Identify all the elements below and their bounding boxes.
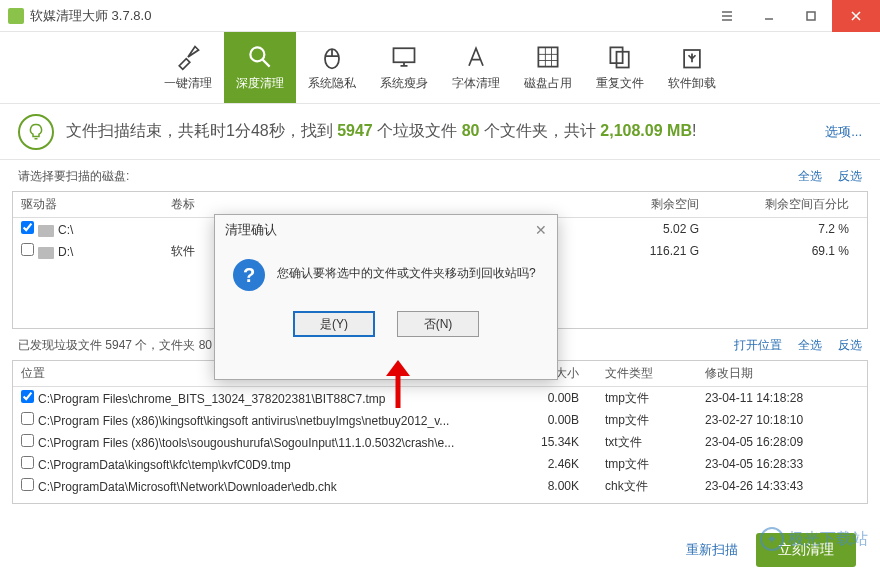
grid-icon (534, 43, 562, 71)
disk-select-all[interactable]: 全选 (798, 168, 822, 185)
file-path: C:\Program Files\chrome_BITS_13024_37820… (38, 392, 386, 406)
drive-name: D:\ (58, 245, 73, 259)
maximize-button[interactable] (790, 0, 832, 32)
duplicate-icon (606, 43, 634, 71)
table-row[interactable]: C:\ProgramData\Microsoft\Network\Downloa… (13, 475, 867, 497)
file-date: 23-04-26 14:33:43 (697, 479, 867, 493)
magnifier-icon (246, 43, 274, 71)
tab-uninstall[interactable]: 软件卸载 (656, 32, 728, 103)
svg-rect-4 (538, 47, 557, 66)
file-type: txt文件 (597, 434, 697, 451)
file-type: tmp文件 (597, 390, 697, 407)
drive-checkbox[interactable] (21, 221, 34, 234)
drive-free: 116.21 G (567, 244, 707, 258)
monitor-icon (390, 43, 418, 71)
file-date: 23-04-05 16:28:09 (697, 435, 867, 449)
svg-point-1 (250, 47, 264, 61)
drive-pct: 7.2 % (707, 222, 867, 236)
tab-quick-clean[interactable]: 一键清理 (152, 32, 224, 103)
file-path: C:\Program Files (x86)\kingsoft\kingsoft… (38, 414, 449, 428)
drive-icon (38, 225, 54, 237)
question-icon: ? (233, 259, 265, 291)
col-drive[interactable]: 驱动器 (13, 196, 163, 213)
nav-tabs: 一键清理 深度清理 系统隐私 系统瘦身 字体清理 磁盘占用 重复文件 软件卸载 (0, 32, 880, 104)
col-type[interactable]: 文件类型 (597, 365, 697, 382)
file-size: 2.46K (497, 457, 597, 471)
dialog-yes-button[interactable]: 是(Y) (293, 311, 375, 337)
summary-bar: 文件扫描结束，共耗时1分48秒，找到 5947 个垃圾文件 80 个文件夹，共计… (0, 104, 880, 160)
file-checkbox[interactable] (21, 456, 34, 469)
file-type: chk文件 (597, 478, 697, 495)
titlebar: 软媒清理大师 3.7.8.0 (0, 0, 880, 32)
drive-checkbox[interactable] (21, 243, 34, 256)
col-date[interactable]: 修改日期 (697, 365, 867, 382)
dialog-close-icon[interactable]: ✕ (535, 222, 547, 238)
tab-label: 重复文件 (596, 75, 644, 92)
table-row[interactable]: C:\Program Files (x86)\tools\sougoushuru… (13, 431, 867, 453)
menu-button[interactable] (706, 0, 748, 32)
file-size: 15.34K (497, 435, 597, 449)
disk-invert[interactable]: 反选 (838, 168, 862, 185)
tab-duplicate[interactable]: 重复文件 (584, 32, 656, 103)
file-size: 0.00B (497, 413, 597, 427)
file-date: 23-04-05 16:28:33 (697, 457, 867, 471)
font-icon (462, 43, 490, 71)
tab-font[interactable]: 字体清理 (440, 32, 512, 103)
clean-button[interactable]: 立刻清理 (756, 533, 856, 567)
app-logo (8, 8, 24, 24)
tab-label: 字体清理 (452, 75, 500, 92)
brush-icon (174, 43, 202, 71)
dialog-title: 清理确认 (225, 221, 535, 239)
open-location[interactable]: 打开位置 (734, 337, 782, 354)
file-checkbox[interactable] (21, 390, 34, 403)
summary-message: 文件扫描结束，共耗时1分48秒，找到 5947 个垃圾文件 80 个文件夹，共计… (66, 121, 825, 142)
tab-label: 系统瘦身 (380, 75, 428, 92)
tab-slim[interactable]: 系统瘦身 (368, 32, 440, 103)
bulb-icon (18, 114, 54, 150)
dialog-no-button[interactable]: 否(N) (397, 311, 479, 337)
col-label[interactable]: 卷标 (163, 196, 243, 213)
svg-rect-0 (807, 12, 815, 20)
col-pct[interactable]: 剩余空间百分比 (707, 196, 867, 213)
table-row[interactable]: C:\ProgramData\kingsoft\kfc\temp\kvfC0D9… (13, 453, 867, 475)
file-type: tmp文件 (597, 412, 697, 429)
close-button[interactable] (832, 0, 880, 32)
file-path: C:\ProgramData\Microsoft\Network\Downloa… (38, 480, 337, 494)
disk-section-header: 请选择要扫描的磁盘: 全选 反选 (0, 160, 880, 191)
disk-section-label: 请选择要扫描的磁盘: (18, 168, 782, 185)
recycle-icon (678, 43, 706, 71)
table-row[interactable]: C:\Program Files\chrome_BITS_13024_37820… (13, 387, 867, 409)
file-date: 23-02-27 10:18:10 (697, 413, 867, 427)
table-row[interactable]: C:\Program Files (x86)\kingsoft\kingsoft… (13, 409, 867, 431)
file-path: C:\ProgramData\kingsoft\kfc\temp\kvfC0D9… (38, 458, 291, 472)
drive-free: 5.02 G (567, 222, 707, 236)
tab-label: 一键清理 (164, 75, 212, 92)
file-checkbox[interactable] (21, 434, 34, 447)
tab-label: 磁盘占用 (524, 75, 572, 92)
tab-privacy[interactable]: 系统隐私 (296, 32, 368, 103)
rescan-link[interactable]: 重新扫描 (686, 541, 738, 559)
tab-disk[interactable]: 磁盘占用 (512, 32, 584, 103)
drive-icon (38, 247, 54, 259)
tab-deep-clean[interactable]: 深度清理 (224, 32, 296, 103)
file-checkbox[interactable] (21, 412, 34, 425)
file-size: 8.00K (497, 479, 597, 493)
options-link[interactable]: 选项... (825, 123, 862, 141)
window-title: 软媒清理大师 3.7.8.0 (30, 7, 706, 25)
confirm-dialog: 清理确认 ✕ ? 您确认要将选中的文件或文件夹移动到回收站吗? 是(Y) 否(N… (214, 214, 558, 380)
dialog-header: 清理确认 ✕ (215, 215, 557, 245)
file-select-all[interactable]: 全选 (798, 337, 822, 354)
file-checkbox[interactable] (21, 478, 34, 491)
svg-rect-3 (394, 48, 415, 62)
drive-pct: 69.1 % (707, 244, 867, 258)
tab-label: 深度清理 (236, 75, 284, 92)
file-date: 23-04-11 14:18:28 (697, 391, 867, 405)
minimize-button[interactable] (748, 0, 790, 32)
file-table: 位置 大小 文件类型 修改日期 C:\Program Files\chrome_… (12, 360, 868, 504)
tab-label: 软件卸载 (668, 75, 716, 92)
file-type: tmp文件 (597, 456, 697, 473)
dialog-message: 您确认要将选中的文件或文件夹移动到回收站吗? (277, 259, 536, 282)
file-invert[interactable]: 反选 (838, 337, 862, 354)
col-free[interactable]: 剩余空间 (567, 196, 707, 213)
mouse-icon (318, 43, 346, 71)
